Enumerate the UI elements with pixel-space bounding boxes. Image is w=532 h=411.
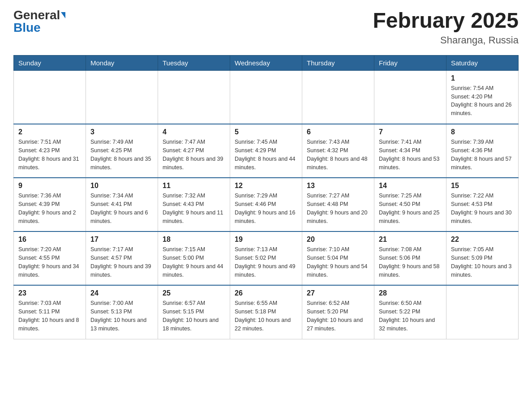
day-info: Sunrise: 7:17 AMSunset: 4:57 PMDaylight:… <box>90 245 153 279</box>
calendar-cell <box>374 70 446 124</box>
day-info: Sunrise: 7:39 AMSunset: 4:36 PMDaylight:… <box>451 138 514 171</box>
day-info: Sunrise: 7:22 AMSunset: 4:53 PMDaylight:… <box>451 192 514 225</box>
day-number: 1 <box>451 74 514 82</box>
calendar-cell: 6Sunrise: 7:43 AMSunset: 4:32 PMDaylight… <box>302 124 374 178</box>
day-info: Sunrise: 6:57 AMSunset: 5:15 PMDaylight:… <box>163 299 225 333</box>
day-info: Sunrise: 7:54 AMSunset: 4:20 PMDaylight:… <box>451 84 514 118</box>
day-info: Sunrise: 7:43 AMSunset: 4:32 PMDaylight:… <box>307 138 369 171</box>
day-info: Sunrise: 7:34 AMSunset: 4:41 PMDaylight:… <box>90 192 153 225</box>
calendar-cell: 15Sunrise: 7:22 AMSunset: 4:53 PMDayligh… <box>446 178 519 231</box>
day-number: 8 <box>451 128 514 136</box>
calendar-cell <box>86 70 158 124</box>
calendar-cell: 11Sunrise: 7:32 AMSunset: 4:43 PMDayligh… <box>158 178 230 231</box>
calendar-week-row: 16Sunrise: 7:20 AMSunset: 4:55 PMDayligh… <box>14 231 519 285</box>
calendar-cell: 19Sunrise: 7:13 AMSunset: 5:02 PMDayligh… <box>230 231 302 285</box>
day-number: 26 <box>235 289 297 297</box>
calendar-body: 1Sunrise: 7:54 AMSunset: 4:20 PMDaylight… <box>14 70 519 339</box>
calendar-table: SundayMondayTuesdayWednesdayThursdayFrid… <box>13 55 519 339</box>
day-number: 28 <box>379 289 442 297</box>
day-info: Sunrise: 7:32 AMSunset: 4:43 PMDaylight:… <box>163 192 225 225</box>
day-number: 10 <box>90 182 153 190</box>
day-number: 11 <box>163 182 225 190</box>
day-info: Sunrise: 7:36 AMSunset: 4:39 PMDaylight:… <box>18 192 81 225</box>
calendar-week-row: 23Sunrise: 7:03 AMSunset: 5:11 PMDayligh… <box>14 285 519 339</box>
day-number: 4 <box>163 128 225 136</box>
weekday-header-row: SundayMondayTuesdayWednesdayThursdayFrid… <box>14 55 519 70</box>
day-info: Sunrise: 7:03 AMSunset: 5:11 PMDaylight:… <box>18 299 81 333</box>
calendar-cell: 28Sunrise: 6:50 AMSunset: 5:22 PMDayligh… <box>374 285 446 339</box>
day-number: 6 <box>307 128 369 136</box>
day-number: 24 <box>90 289 153 297</box>
calendar-cell <box>446 285 519 339</box>
day-info: Sunrise: 7:20 AMSunset: 4:55 PMDaylight:… <box>18 245 81 279</box>
day-info: Sunrise: 6:50 AMSunset: 5:22 PMDaylight:… <box>379 299 442 333</box>
day-info: Sunrise: 7:49 AMSunset: 4:25 PMDaylight:… <box>90 138 153 171</box>
weekday-header-friday: Friday <box>374 55 446 70</box>
calendar-cell <box>14 70 86 124</box>
day-info: Sunrise: 7:00 AMSunset: 5:13 PMDaylight:… <box>90 299 153 333</box>
weekday-header-thursday: Thursday <box>302 55 374 70</box>
day-number: 25 <box>163 289 225 297</box>
calendar-cell: 14Sunrise: 7:25 AMSunset: 4:50 PMDayligh… <box>374 178 446 231</box>
day-number: 2 <box>18 128 81 136</box>
day-number: 7 <box>379 128 442 136</box>
day-info: Sunrise: 7:27 AMSunset: 4:48 PMDaylight:… <box>307 192 369 225</box>
day-number: 21 <box>379 235 442 244</box>
weekday-header-saturday: Saturday <box>446 55 519 70</box>
day-info: Sunrise: 7:41 AMSunset: 4:34 PMDaylight:… <box>379 138 442 171</box>
calendar-cell: 16Sunrise: 7:20 AMSunset: 4:55 PMDayligh… <box>14 231 86 285</box>
calendar-cell: 13Sunrise: 7:27 AMSunset: 4:48 PMDayligh… <box>302 178 374 231</box>
calendar-cell: 17Sunrise: 7:17 AMSunset: 4:57 PMDayligh… <box>86 231 158 285</box>
day-number: 23 <box>18 289 81 297</box>
calendar-cell <box>302 70 374 124</box>
day-number: 14 <box>379 182 442 190</box>
day-number: 18 <box>163 235 225 244</box>
calendar-cell: 4Sunrise: 7:47 AMSunset: 4:27 PMDaylight… <box>158 124 230 178</box>
month-title: February 2025 <box>373 9 519 33</box>
calendar-cell: 9Sunrise: 7:36 AMSunset: 4:39 PMDaylight… <box>14 178 86 231</box>
weekday-header-sunday: Sunday <box>14 55 86 70</box>
calendar-cell: 8Sunrise: 7:39 AMSunset: 4:36 PMDaylight… <box>446 124 519 178</box>
day-info: Sunrise: 7:05 AMSunset: 5:09 PMDaylight:… <box>451 245 514 279</box>
calendar-cell: 22Sunrise: 7:05 AMSunset: 5:09 PMDayligh… <box>446 231 519 285</box>
calendar-cell: 26Sunrise: 6:55 AMSunset: 5:18 PMDayligh… <box>230 285 302 339</box>
weekday-header-wednesday: Wednesday <box>230 55 302 70</box>
day-info: Sunrise: 7:25 AMSunset: 4:50 PMDaylight:… <box>379 192 442 225</box>
day-info: Sunrise: 7:10 AMSunset: 5:04 PMDaylight:… <box>307 245 369 279</box>
location: Sharanga, Russia <box>373 34 519 46</box>
logo-arrow-icon <box>61 12 65 18</box>
day-number: 27 <box>307 289 369 297</box>
day-number: 15 <box>451 182 514 190</box>
calendar-cell: 12Sunrise: 7:29 AMSunset: 4:46 PMDayligh… <box>230 178 302 231</box>
calendar-cell: 10Sunrise: 7:34 AMSunset: 4:41 PMDayligh… <box>86 178 158 231</box>
calendar-cell: 2Sunrise: 7:51 AMSunset: 4:23 PMDaylight… <box>14 124 86 178</box>
logo-general-text: General <box>13 9 60 21</box>
day-number: 13 <box>307 182 369 190</box>
calendar-cell: 21Sunrise: 7:08 AMSunset: 5:06 PMDayligh… <box>374 231 446 285</box>
day-number: 19 <box>235 235 297 244</box>
day-number: 5 <box>235 128 297 136</box>
calendar-cell <box>158 70 230 124</box>
calendar-cell <box>230 70 302 124</box>
logo-blue-text: Blue <box>13 21 41 34</box>
day-number: 3 <box>90 128 153 136</box>
calendar-cell: 25Sunrise: 6:57 AMSunset: 5:15 PMDayligh… <box>158 285 230 339</box>
calendar-week-row: 9Sunrise: 7:36 AMSunset: 4:39 PMDaylight… <box>14 178 519 231</box>
day-number: 22 <box>451 235 514 244</box>
day-number: 12 <box>235 182 297 190</box>
weekday-header-tuesday: Tuesday <box>158 55 230 70</box>
day-info: Sunrise: 6:52 AMSunset: 5:20 PMDaylight:… <box>307 299 369 333</box>
day-number: 17 <box>90 235 153 244</box>
day-info: Sunrise: 7:51 AMSunset: 4:23 PMDaylight:… <box>18 138 81 171</box>
day-info: Sunrise: 7:08 AMSunset: 5:06 PMDaylight:… <box>379 245 442 279</box>
day-number: 20 <box>307 235 369 244</box>
calendar-cell: 27Sunrise: 6:52 AMSunset: 5:20 PMDayligh… <box>302 285 374 339</box>
calendar-cell: 3Sunrise: 7:49 AMSunset: 4:25 PMDaylight… <box>86 124 158 178</box>
calendar-cell: 20Sunrise: 7:10 AMSunset: 5:04 PMDayligh… <box>302 231 374 285</box>
day-info: Sunrise: 6:55 AMSunset: 5:18 PMDaylight:… <box>235 299 297 333</box>
day-info: Sunrise: 7:45 AMSunset: 4:29 PMDaylight:… <box>235 138 297 171</box>
day-info: Sunrise: 7:15 AMSunset: 5:00 PMDaylight:… <box>163 245 225 279</box>
calendar-cell: 24Sunrise: 7:00 AMSunset: 5:13 PMDayligh… <box>86 285 158 339</box>
calendar-cell: 23Sunrise: 7:03 AMSunset: 5:11 PMDayligh… <box>14 285 86 339</box>
calendar-header: SundayMondayTuesdayWednesdayThursdayFrid… <box>14 55 519 70</box>
